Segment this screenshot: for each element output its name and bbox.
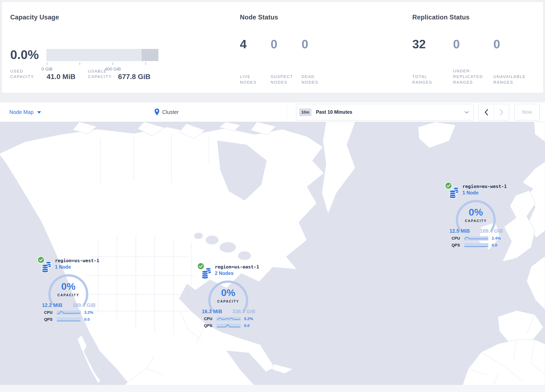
qps-sparkline bbox=[217, 324, 241, 328]
dead-nodes-count: 0 bbox=[302, 37, 308, 51]
capacity-label: CAPACITY bbox=[47, 293, 89, 297]
database-nodes-icon bbox=[41, 261, 52, 273]
capacity-used: 16.3 MiB bbox=[202, 309, 222, 314]
capacity-total: 338.9 GiB bbox=[233, 309, 255, 314]
breadcrumb[interactable]: Cluster bbox=[154, 102, 179, 122]
region-name: region=us-west-1 bbox=[55, 258, 99, 263]
qps-value: 0.0 bbox=[244, 324, 249, 328]
region-node-count: 2 Nodes bbox=[215, 271, 233, 276]
chevron-down-icon bbox=[464, 111, 469, 114]
cpu-value: 3.2% bbox=[84, 310, 93, 315]
region-node-count: 1 Node bbox=[462, 190, 478, 196]
capacity-label: CAPACITY bbox=[455, 219, 497, 223]
chevron-right-icon bbox=[499, 109, 504, 116]
capacity-values: 16.3 MiB 338.9 GiB bbox=[202, 309, 255, 314]
capacity-total: 169.4 GiB bbox=[480, 228, 503, 234]
qps-label: QPS bbox=[204, 324, 215, 328]
cluster-overview-panel: Capacity Usage 0.0% 0 GiB 400 GiB USED C… bbox=[2, 2, 543, 93]
capacity-used: 12.2 MiB bbox=[42, 302, 62, 308]
region-marker-us-east-1[interactable]: region=us-east-1 2 Nodes 0% CAPACITY 16.… bbox=[196, 262, 263, 333]
cpu-metric-row: CPU 5.2% bbox=[204, 317, 253, 321]
chevron-left-icon bbox=[484, 109, 488, 116]
capacity-label: CAPACITY bbox=[207, 300, 249, 303]
time-step-buttons bbox=[478, 104, 509, 120]
cpu-sparkline bbox=[464, 236, 488, 241]
cpu-label: CPU bbox=[44, 310, 55, 315]
region-name: region=us-east-1 bbox=[215, 264, 259, 269]
qps-metric-row: QPS 0.0 bbox=[44, 317, 90, 322]
total-ranges-count: 32 bbox=[412, 37, 426, 51]
axis-tick bbox=[47, 62, 47, 65]
qps-sparkline bbox=[464, 243, 488, 248]
suspect-nodes-count: 0 bbox=[271, 37, 277, 51]
qps-metric-row: QPS 0.0 bbox=[452, 243, 497, 248]
under-replicated-label: UNDER-REPLICATED RANGES bbox=[453, 68, 487, 85]
capacity-gauge: 0% CAPACITY bbox=[47, 280, 89, 297]
unavailable-count: 0 bbox=[493, 37, 500, 51]
cpu-label: CPU bbox=[204, 317, 215, 321]
used-capacity-label: USED CAPACITY bbox=[10, 68, 42, 80]
map-toolbar: Node Map Cluster 10m Past 10 Minutes Now bbox=[0, 102, 545, 122]
capacity-percent: 0% bbox=[455, 206, 497, 218]
replication-status-title: Replication Status bbox=[412, 14, 470, 21]
unavailable-label: UNAVAILABLE RANGES bbox=[493, 74, 533, 85]
capacity-usage-bar bbox=[46, 49, 158, 61]
cpu-metric-row: CPU 3.2% bbox=[44, 310, 93, 315]
cpu-value: 5.2% bbox=[244, 317, 253, 321]
total-ranges-label: TOTAL RANGES bbox=[412, 74, 437, 85]
view-selector-label: Node Map bbox=[9, 109, 33, 115]
time-range-label: Past 10 Minutes bbox=[316, 109, 352, 115]
qps-metric-row: QPS 0.0 bbox=[204, 324, 249, 328]
region-marker-us-west-1[interactable]: region=us-west-1 1 Node 0% CAPACITY 12.2… bbox=[37, 255, 103, 327]
view-selector-dropdown[interactable]: Node Map bbox=[9, 102, 41, 122]
live-nodes-count: 4 bbox=[240, 37, 247, 51]
axis-tick bbox=[113, 62, 113, 65]
cpu-sparkline bbox=[217, 317, 241, 321]
database-nodes-icon bbox=[201, 267, 212, 279]
region-marker-eu-west-1[interactable]: region=eu-west-1 1 Node 0% CAPACITY 12.5… bbox=[444, 181, 511, 252]
usable-capacity-value: 677.8 GiB bbox=[118, 73, 150, 81]
time-forward-button[interactable] bbox=[494, 104, 509, 120]
chevron-down-icon bbox=[37, 111, 41, 114]
qps-value: 0.0 bbox=[84, 317, 90, 322]
capacity-bar-axis: 0 GiB 400 GiB bbox=[46, 62, 158, 65]
qps-sparkline bbox=[57, 317, 81, 322]
qps-label: QPS bbox=[44, 317, 55, 322]
qps-label: QPS bbox=[452, 243, 463, 248]
capacity-gauge: 0% CAPACITY bbox=[207, 287, 249, 303]
capacity-values: 12.5 MiB 169.4 GiB bbox=[450, 228, 503, 234]
capacity-values: 12.2 MiB 169.4 GiB bbox=[42, 302, 95, 308]
capacity-used-percent: 0.0% bbox=[10, 47, 39, 62]
capacity-used: 12.5 MiB bbox=[450, 228, 470, 234]
capacity-gauge: 0% CAPACITY bbox=[455, 206, 497, 223]
cpu-label: CPU bbox=[452, 236, 463, 241]
cpu-sparkline bbox=[57, 311, 81, 315]
region-node-count: 1 Node bbox=[55, 264, 71, 270]
under-replicated-count: 0 bbox=[453, 37, 460, 51]
qps-value: 0.0 bbox=[492, 243, 497, 248]
cpu-metric-row: CPU 2.4% bbox=[452, 236, 501, 241]
capacity-usage-title: Capacity Usage bbox=[10, 14, 59, 21]
node-status-title: Node Status bbox=[240, 14, 278, 21]
suspect-nodes-label: SUSPECT NODES bbox=[271, 74, 298, 85]
live-nodes-label: LIVE NODES bbox=[240, 74, 265, 85]
dead-nodes-label: DEAD NODES bbox=[302, 74, 327, 85]
capacity-bar-reserved-segment bbox=[142, 49, 158, 61]
axis-tick bbox=[80, 62, 80, 65]
capacity-percent: 0% bbox=[207, 287, 249, 298]
database-nodes-icon bbox=[448, 186, 460, 199]
used-capacity-value: 41.0 MiB bbox=[47, 73, 75, 81]
breadcrumb-label: Cluster bbox=[162, 109, 179, 115]
usable-capacity-label: USABLE CAPACITY bbox=[88, 68, 119, 80]
map-pin-icon bbox=[154, 108, 160, 116]
cpu-value: 2.4% bbox=[492, 236, 501, 241]
now-button[interactable]: Now bbox=[514, 104, 539, 120]
capacity-percent: 0% bbox=[47, 280, 89, 292]
axis-tick bbox=[145, 62, 146, 65]
time-back-button[interactable] bbox=[479, 104, 494, 120]
time-range-dropdown[interactable]: 10m Past 10 Minutes bbox=[296, 104, 474, 120]
time-preset-badge: 10m bbox=[299, 108, 311, 116]
node-map[interactable]: region=us-west-1 1 Node 0% CAPACITY 12.2… bbox=[0, 122, 545, 392]
capacity-total: 169.4 GiB bbox=[73, 302, 95, 308]
region-name: region=eu-west-1 bbox=[462, 184, 507, 189]
